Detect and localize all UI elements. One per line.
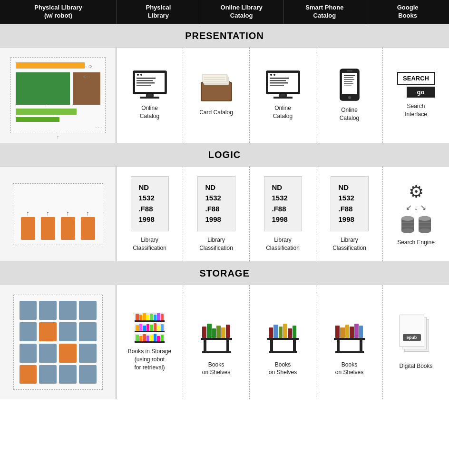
svg-rect-65 <box>270 340 273 353</box>
svg-rect-61 <box>279 327 283 338</box>
logic-physical: ND1532.F881998 LibraryClassification <box>183 167 250 262</box>
svg-rect-21 <box>270 80 286 81</box>
svg-rect-35 <box>344 85 351 86</box>
svg-rect-67 <box>269 351 297 353</box>
svg-rect-57 <box>202 351 231 353</box>
presentation-label-2: Card Catalog <box>199 109 233 117</box>
svg-rect-58 <box>267 338 299 340</box>
svg-point-45 <box>419 216 431 221</box>
db-icon-2 <box>418 216 431 234</box>
svg-rect-70 <box>340 327 345 338</box>
svg-rect-68 <box>334 338 365 340</box>
svg-point-28 <box>348 96 351 99</box>
svg-rect-54 <box>226 325 230 338</box>
svg-rect-25 <box>273 97 293 99</box>
storage-label-5: Digital Books <box>399 362 432 370</box>
presentation-section: ···> <··· ↑ ↑ · · · <box>0 47 449 143</box>
svg-rect-5 <box>137 80 153 81</box>
svg-rect-63 <box>288 328 292 338</box>
svg-point-18 <box>270 74 272 76</box>
storage-google: epub Digital Books <box>383 285 449 399</box>
classification-card-2: ND1532.F881998 <box>197 176 235 231</box>
storage-online: Bookson Shelves <box>250 285 316 399</box>
svg-point-3 <box>140 74 142 76</box>
svg-rect-7 <box>137 85 151 86</box>
logic-physical-robot: ND1532.F881998 LibraryClassification <box>117 167 183 262</box>
books-shelf-icon-1 <box>200 308 233 356</box>
storage-section: Books in Storage(using robotfor retrieva… <box>0 285 449 399</box>
logic-label-2: LibraryClassification <box>199 236 233 252</box>
presentation-left: ···> <··· ↑ ↑ · · · <box>0 48 117 143</box>
header: Physical Library(w/ robot) PhysicalLibra… <box>0 0 449 24</box>
logic-left: ↑ ↑ ↑ ↑ <box>0 167 117 262</box>
svg-rect-59 <box>269 327 273 338</box>
svg-rect-32 <box>344 79 354 80</box>
svg-rect-22 <box>270 82 288 84</box>
svg-rect-4 <box>137 78 156 79</box>
presentation-cols: OnlineCatalog Card Catalog <box>117 48 449 143</box>
svg-rect-64 <box>293 326 296 338</box>
card-catalog-icon <box>199 73 234 104</box>
storage-robot: Books in Storage(using robotfor retrieva… <box>117 285 183 399</box>
books-shelf-icon-2 <box>266 308 300 356</box>
logic-online: ND1532.F881998 LibraryClassification <box>250 167 316 262</box>
storage-label-4: Bookson Shelves <box>335 361 363 377</box>
svg-rect-9 <box>140 97 159 99</box>
presentation-smartphone: OnlineCatalog <box>316 48 383 143</box>
svg-rect-69 <box>335 326 340 338</box>
svg-rect-55 <box>204 340 206 353</box>
svg-rect-56 <box>226 340 229 353</box>
svg-point-19 <box>273 74 275 76</box>
presentation-card-catalog: Card Catalog <box>183 48 250 143</box>
svg-rect-20 <box>270 78 289 79</box>
svg-rect-6 <box>137 82 155 84</box>
logic-section: ↑ ↑ ↑ ↑ ND1532.F881998 Libra <box>0 166 449 262</box>
storage-left <box>0 285 117 399</box>
logic-label-5: Search Engine <box>397 238 435 247</box>
digital-books-icon: epub <box>398 315 435 357</box>
header-col-2: Online LibraryCatalog <box>200 0 283 24</box>
svg-rect-49 <box>202 327 206 338</box>
logic-label-4: LibraryClassification <box>332 236 366 252</box>
search-engine-icon: ⚙ ↙ ↓ ↘ <box>401 182 431 234</box>
storage-label-2: Bookson Shelves <box>202 361 230 377</box>
storage-label-1: Books in Storage(using robotfor retrieva… <box>128 347 171 371</box>
presentation-label-1: OnlineCatalog <box>140 104 159 120</box>
header-col-1: PhysicalLibrary <box>117 0 200 24</box>
svg-rect-62 <box>283 324 287 338</box>
svg-rect-8 <box>146 94 154 97</box>
logic-label-1: LibraryClassification <box>133 236 166 252</box>
logic-label: LOGIC <box>0 143 449 166</box>
svg-rect-76 <box>360 340 362 353</box>
svg-rect-24 <box>279 94 287 97</box>
svg-rect-51 <box>212 328 216 338</box>
presentation-label: PRESENTATION <box>0 24 449 47</box>
classification-card-4: ND1532.F881998 <box>331 176 369 231</box>
svg-rect-60 <box>273 325 278 338</box>
svg-rect-34 <box>344 83 353 84</box>
svg-rect-52 <box>216 326 221 338</box>
svg-rect-72 <box>350 327 354 338</box>
svg-rect-23 <box>270 85 284 86</box>
storage-physical: Bookson Shelves <box>183 285 250 399</box>
presentation-label-4: OnlineCatalog <box>340 106 359 122</box>
svg-rect-71 <box>345 325 349 338</box>
svg-rect-33 <box>344 81 352 82</box>
svg-rect-48 <box>201 338 232 340</box>
presentation-google-books: SEARCH go SearchInterface <box>383 48 449 143</box>
header-col-3: Smart PhoneCatalog <box>283 0 366 24</box>
svg-point-38 <box>401 228 414 233</box>
svg-rect-10 <box>201 83 232 101</box>
storage-smartphone: Bookson Shelves <box>316 285 383 399</box>
search-interface-icon: SEARCH go <box>397 72 435 98</box>
storage-label-3: Bookson Shelves <box>269 361 297 377</box>
logic-google: ⚙ ↙ ↓ ↘ <box>383 167 449 262</box>
classification-card-1: ND1532.F881998 <box>131 176 169 231</box>
monitor-icon-2 <box>264 70 302 99</box>
svg-rect-74 <box>359 326 363 338</box>
svg-rect-66 <box>293 340 296 353</box>
svg-point-2 <box>137 74 139 76</box>
svg-rect-30 <box>344 75 355 76</box>
presentation-label-5: SearchInterface <box>405 102 427 119</box>
monitor-icon-1 <box>131 70 169 99</box>
